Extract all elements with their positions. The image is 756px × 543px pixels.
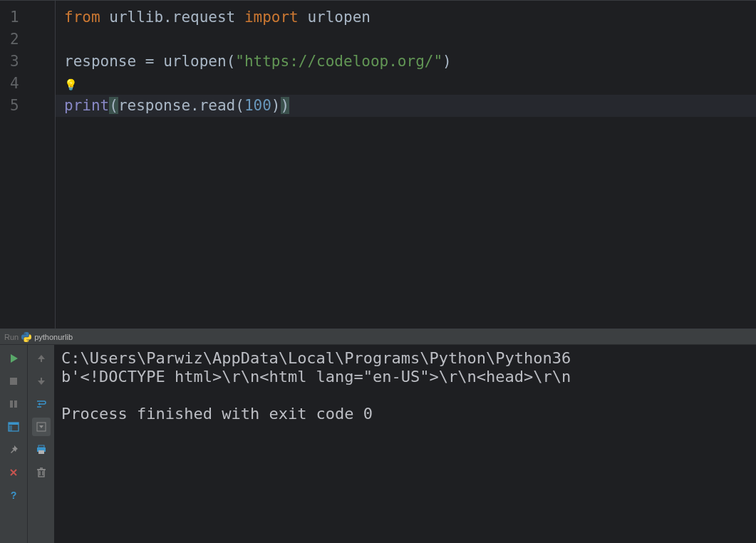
keyword-import: import: [244, 9, 299, 26]
code-line: 💡: [64, 73, 756, 95]
svg-rect-0: [10, 378, 17, 385]
svg-text:?: ?: [11, 490, 16, 501]
run-config-name[interactable]: pythonurlib: [34, 333, 73, 341]
stop-button[interactable]: [4, 372, 23, 391]
clear-all-button[interactable]: [32, 463, 51, 482]
help-button[interactable]: ?: [4, 486, 23, 505]
line-number: 2: [0, 29, 55, 51]
code-line: response = urlopen("https://codeloop.org…: [64, 51, 756, 73]
paren-highlight: ): [281, 97, 290, 114]
close-button[interactable]: [4, 463, 23, 482]
layout-button[interactable]: [4, 418, 23, 436]
code-line: from urllib.request import urlopen: [64, 6, 756, 29]
run-tool-header: Run pythonurlib: [0, 329, 756, 345]
run-panel: ? C:\Users\Parwiz\AppData\Local\Programs…: [0, 345, 756, 543]
svg-rect-12: [38, 450, 44, 454]
svg-rect-7: [41, 358, 42, 362]
run-button[interactable]: [4, 349, 23, 368]
console-actions-column: [27, 345, 54, 543]
svg-rect-1: [10, 400, 13, 408]
builtin-print: print: [64, 97, 109, 114]
console-line: Process finished with exit code 0: [61, 405, 373, 423]
pause-button[interactable]: [4, 395, 23, 413]
console-line: b'<!DOCTYPE html>\r\n<html lang="en-US">…: [61, 368, 571, 386]
line-number: 4: [0, 73, 55, 95]
print-button[interactable]: [32, 440, 51, 459]
run-label: Run: [4, 333, 19, 341]
fn-call: urlopen: [163, 53, 227, 70]
module-name: urllib.request: [109, 9, 235, 26]
svg-rect-10: [38, 445, 44, 448]
import-name: urlopen: [307, 9, 371, 26]
line-number: 5: [0, 95, 55, 117]
line-gutter: 1 2 3 4 5: [0, 1, 56, 329]
line-number: 3: [0, 51, 55, 73]
number-literal: 100: [244, 97, 271, 114]
svg-rect-5: [9, 425, 12, 431]
svg-rect-2: [14, 400, 17, 408]
method-call: response.read: [118, 97, 235, 114]
code-editor[interactable]: from urllib.request import urlopen respo…: [56, 1, 756, 329]
svg-rect-8: [41, 378, 42, 381]
lightbulb-icon[interactable]: 💡: [64, 78, 78, 91]
scroll-up-button[interactable]: [32, 349, 51, 368]
eq: =: [145, 53, 155, 70]
code-line-active: print(response.read(100)): [56, 95, 756, 117]
run-actions-column: ?: [0, 345, 27, 543]
code-line: [64, 29, 756, 51]
var-name: response: [64, 53, 136, 70]
pin-button[interactable]: [4, 440, 23, 459]
svg-rect-4: [9, 423, 19, 425]
soft-wrap-button[interactable]: [32, 395, 51, 413]
string-literal: "https://codeloop.org/": [235, 53, 442, 70]
console-output[interactable]: C:\Users\Parwiz\AppData\Local\Programs\P…: [54, 345, 756, 543]
console-line: C:\Users\Parwiz\AppData\Local\Programs\P…: [61, 349, 571, 367]
editor-pane: 1 2 3 4 5 from urllib.request import url…: [0, 0, 756, 329]
scroll-to-end-button[interactable]: [32, 418, 51, 436]
scroll-down-button[interactable]: [32, 372, 51, 391]
svg-rect-13: [38, 470, 44, 477]
python-icon: [21, 332, 31, 342]
line-number: 1: [0, 6, 55, 29]
keyword-from: from: [64, 9, 100, 26]
paren-highlight: (: [109, 97, 118, 114]
